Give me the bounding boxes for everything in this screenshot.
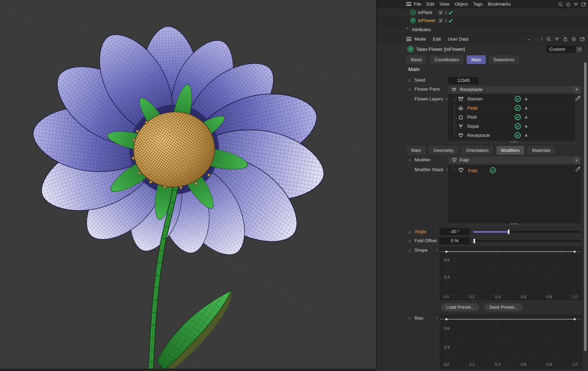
visibility-dots-icon[interactable]	[445, 10, 447, 16]
modifier-label: Modifier	[415, 157, 431, 162]
object-row-toflower[interactable]: toFlower	[377, 17, 588, 24]
menu-user-data[interactable]: User Data	[448, 35, 469, 43]
tab-materials[interactable]: Materials	[528, 146, 555, 155]
new-window-icon[interactable]	[579, 36, 585, 42]
bias-ytick: 0.4	[442, 345, 452, 349]
3d-viewport[interactable]	[0, 0, 376, 371]
filter-icon[interactable]	[573, 1, 579, 7]
menu-hamburger-icon[interactable]	[406, 2, 411, 6]
filter-icon[interactable]	[554, 36, 560, 42]
slider-handle[interactable]	[473, 238, 476, 244]
modifier-dropdown[interactable]: Fold ▾	[448, 156, 581, 164]
menu-edit[interactable]: Edit	[426, 0, 434, 8]
layer-row-stamen[interactable]: Stamen ▲	[449, 94, 574, 104]
search-icon[interactable]	[557, 1, 563, 7]
layer-row-sepal[interactable]: Sepal ▲	[449, 122, 574, 131]
curve-point[interactable]	[574, 251, 576, 253]
preset-dropdown[interactable]: Custom ▾	[546, 46, 583, 53]
bias-xtick: 1.0	[568, 362, 582, 366]
edit-tag-icon[interactable]	[438, 18, 443, 24]
menu-file[interactable]: File	[414, 0, 421, 8]
home-icon[interactable]	[565, 1, 571, 7]
menu-bookmarks[interactable]: Bookmarks	[488, 0, 511, 8]
up-arrow-icon[interactable]: ↑	[541, 36, 543, 42]
tab-main-2[interactable]: Main	[406, 146, 425, 155]
triangle-icon[interactable]: ▲	[524, 105, 528, 110]
tab-basic[interactable]: Basic	[406, 55, 427, 64]
menubar-items: File Edit View Object Tags Bookmarks	[414, 0, 511, 8]
check-circle-icon[interactable]	[514, 132, 521, 140]
bias-curve-editor[interactable]	[439, 314, 582, 369]
load-preset-button[interactable]: Load Preset...	[441, 303, 479, 312]
check-circle-icon[interactable]	[514, 96, 521, 103]
chevron-down-icon[interactable]: ▾	[573, 86, 580, 93]
eyedropper-icon[interactable]	[575, 166, 581, 173]
fold-offset-input[interactable]: 0 %	[439, 237, 470, 244]
stack-row-fold[interactable]: Fold	[449, 166, 581, 175]
bias-xtick: 0.6	[517, 362, 531, 366]
resize-handle[interactable]	[511, 223, 518, 224]
layer-row-pistil[interactable]: Pistil ▲	[449, 113, 574, 122]
object-row-toplant[interactable]: toPlant	[377, 9, 588, 16]
angle-input[interactable]: -30 °	[439, 228, 470, 235]
eyedropper-icon[interactable]	[575, 95, 581, 102]
menu-mode[interactable]: Mode	[415, 35, 426, 43]
save-preset-button[interactable]: Save Preset...	[484, 303, 523, 312]
bias-xtick: 0.8	[542, 362, 556, 366]
tab-coordinates[interactable]: Coordinates	[430, 55, 464, 64]
curve-point[interactable]	[574, 318, 576, 320]
tab-orientation[interactable]: Orientation	[461, 146, 493, 155]
menu-view[interactable]: View	[439, 0, 449, 8]
object-name[interactable]: toFlower	[418, 17, 436, 24]
tab-geometry[interactable]: Geometry	[429, 146, 458, 155]
resize-handle[interactable]	[511, 141, 518, 142]
triangle-icon[interactable]: ▲	[524, 114, 528, 119]
object-name[interactable]: toPlant	[418, 9, 432, 16]
check-circle-icon[interactable]	[514, 105, 521, 112]
check-circle-icon[interactable]	[490, 167, 496, 175]
expand-chevron-icon[interactable]: ›	[446, 167, 447, 172]
expand-chevron-icon[interactable]: ›	[436, 315, 438, 320]
curve-point[interactable]	[445, 251, 447, 253]
slider-handle[interactable]	[507, 229, 510, 234]
back-arrow-icon[interactable]: ←	[527, 36, 532, 42]
menu-tags[interactable]: Tags	[473, 0, 483, 8]
check-circle-icon[interactable]	[514, 123, 521, 131]
chevron-down-icon[interactable]: ▾	[573, 157, 580, 163]
layer-row-petal[interactable]: Petal ▲	[449, 104, 574, 113]
triangle-icon[interactable]: ▲	[524, 123, 528, 128]
check-circle-icon[interactable]	[514, 114, 521, 121]
chevron-down-icon[interactable]: ▾	[576, 46, 583, 52]
tab-selections[interactable]: Selections	[489, 55, 519, 64]
enabled-check-icon[interactable]	[448, 18, 453, 24]
new-window-icon[interactable]	[580, 1, 587, 7]
layer-row-receptacle[interactable]: Receptacle ▲	[449, 131, 574, 140]
target-icon[interactable]	[570, 36, 577, 42]
menu-object[interactable]: Object	[454, 0, 468, 8]
layer-name: Receptacle	[467, 133, 490, 138]
seed-input[interactable]: 12345	[448, 77, 479, 84]
angle-slider[interactable]	[473, 228, 581, 236]
enabled-check-icon[interactable]	[448, 10, 453, 16]
visibility-dots-icon[interactable]	[445, 19, 447, 24]
close-icon[interactable]: ×	[406, 26, 408, 30]
layer-name-highlighted: Petal	[467, 105, 478, 111]
fold-offset-slider[interactable]	[473, 237, 581, 245]
lock-icon[interactable]	[562, 36, 568, 42]
seed-label: Seed	[415, 77, 425, 83]
search-icon[interactable]	[545, 36, 552, 42]
expand-chevron-icon[interactable]: ›	[446, 96, 447, 101]
forward-arrow-icon[interactable]: →	[534, 36, 539, 42]
curve-point[interactable]	[445, 318, 447, 320]
scrollbar[interactable]	[584, 62, 587, 351]
tab-main[interactable]: Main	[467, 55, 486, 64]
menu-edit-2[interactable]: Edit	[433, 35, 441, 43]
tab-modifiers[interactable]: Modifiers	[497, 146, 524, 155]
flower-parts-dropdown[interactable]: Receptacle ▾	[448, 86, 581, 93]
edit-tag-icon[interactable]	[438, 10, 443, 16]
triangle-icon[interactable]: ▲	[524, 132, 528, 138]
triangle-icon[interactable]: ▲	[524, 96, 528, 101]
shape-curve-editor[interactable]	[439, 247, 582, 300]
mode-hamburger-icon[interactable]	[406, 37, 411, 41]
expand-chevron-icon[interactable]: ›	[436, 247, 438, 252]
